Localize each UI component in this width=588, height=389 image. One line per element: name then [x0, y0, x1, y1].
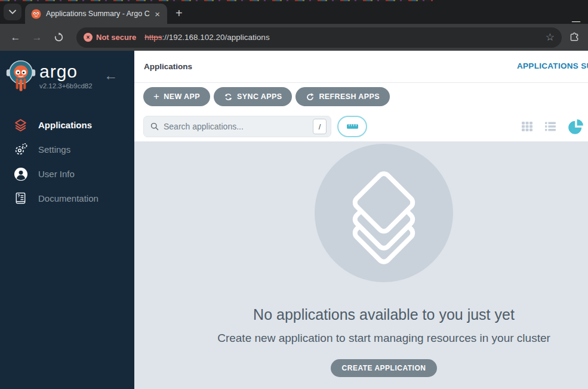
layers-illustration-icon	[331, 160, 436, 265]
summary-pie-view-icon[interactable]	[567, 118, 585, 136]
refresh-icon	[306, 92, 315, 101]
sidebar-item-documentation[interactable]: Documentation	[0, 186, 134, 211]
empty-state-circle	[315, 144, 453, 282]
reload-icon	[54, 32, 64, 42]
url-rest: ://192.168.102.20/applications	[162, 33, 269, 42]
list-view-icon[interactable]	[543, 119, 558, 134]
search-icon	[150, 122, 159, 131]
browser-toolbar: ← → × Not secure https://192.168.102.20/…	[0, 24, 588, 51]
sidebar-item-label: User Info	[38, 169, 75, 179]
back-button[interactable]: ←	[6, 28, 25, 47]
new-tab-button[interactable]: +	[176, 7, 183, 19]
applications-summary-link[interactable]: APPLICATIONS SUMMARY	[517, 61, 588, 70]
sidebar-nav: Applications Settings	[0, 113, 134, 211]
labels-toggle-button[interactable]	[337, 116, 367, 137]
sidebar-item-label: Applications	[38, 120, 92, 130]
not-secure-chip[interactable]: × Not secure	[84, 33, 136, 42]
header-divider	[134, 82, 588, 83]
book-icon	[13, 192, 29, 205]
tab-close-icon[interactable]: ×	[152, 10, 162, 18]
url-scheme-struck: https	[144, 33, 162, 42]
sidebar-item-label: Settings	[38, 144, 70, 155]
plus-icon: +	[153, 91, 159, 101]
main-panel: Applications APPLICATIONS SUMMARY + NEW …	[134, 51, 588, 389]
reload-button[interactable]	[49, 28, 68, 47]
empty-state-wrap: No applications available to you just ye…	[157, 141, 588, 377]
sidebar-collapse-button[interactable]: ←	[104, 69, 118, 82]
not-secure-label: Not secure	[96, 33, 136, 42]
empty-state-subtitle: Create new application to start managing…	[217, 332, 550, 345]
new-app-label: NEW APP	[164, 92, 200, 101]
tab-search-button[interactable]	[4, 4, 21, 20]
empty-state-title: No applications available to you just ye…	[253, 306, 515, 323]
address-bar[interactable]: × Not secure https://192.168.102.20/appl…	[76, 27, 562, 48]
logo-wordmark: argo	[39, 62, 93, 81]
url-text: https://192.168.102.20/applications	[144, 33, 541, 42]
gear-icon	[13, 142, 29, 157]
browser-tab[interactable]: Applications Summary - Argo C ×	[25, 4, 167, 24]
logo-text-block: argo v2.12.3+6b9cd82	[39, 62, 93, 89]
page-header: Applications APPLICATIONS SUMMARY + NEW …	[134, 51, 588, 141]
sidebar: argo v2.12.3+6b9cd82 ← Applications	[0, 51, 134, 389]
sidebar-item-user-info[interactable]: User Info	[0, 162, 134, 186]
toolbar-buttons: + NEW APP SYNC APPS	[143, 87, 390, 106]
breadcrumb: Applications	[144, 62, 192, 71]
argo-octopus-logo-icon	[6, 59, 36, 92]
sidebar-item-settings[interactable]: Settings	[0, 137, 134, 162]
browser-tab-strip: Applications Summary - Argo C × + —	[0, 0, 588, 24]
search-row: /	[143, 116, 588, 137]
tab-title: Applications Summary - Argo C	[46, 10, 152, 18]
applications-layers-icon	[13, 118, 29, 132]
grid-view-icon[interactable]	[520, 119, 534, 134]
sidebar-item-applications[interactable]: Applications	[0, 113, 134, 137]
argo-favicon-icon	[31, 9, 41, 19]
screen-artifact-line	[0, 0, 433, 1]
create-application-button[interactable]: CREATE APPLICATION	[331, 359, 438, 377]
refresh-apps-label: REFRESH APPS	[319, 92, 380, 101]
not-secure-icon: ×	[84, 33, 93, 42]
extensions-button[interactable]	[567, 30, 582, 45]
bookmark-star-icon[interactable]: ☆	[546, 31, 555, 44]
applications-empty-state: No applications available to you just ye…	[134, 141, 588, 389]
chevron-down-icon	[9, 10, 16, 14]
refresh-apps-button[interactable]: REFRESH APPS	[295, 87, 390, 106]
search-box[interactable]: /	[143, 116, 331, 137]
window-minimize-button[interactable]: —	[572, 16, 580, 26]
puzzle-icon	[569, 32, 580, 43]
sync-icon	[224, 92, 233, 101]
search-shortcut-badge: /	[313, 119, 327, 134]
new-app-button[interactable]: + NEW APP	[143, 87, 210, 106]
sync-apps-label: SYNC APPS	[237, 92, 282, 101]
argo-cd-app: argo v2.12.3+6b9cd82 ← Applications	[0, 51, 588, 389]
view-switcher	[520, 116, 585, 137]
ruler-icon	[346, 123, 359, 130]
forward-button: →	[27, 28, 47, 47]
sync-apps-button[interactable]: SYNC APPS	[214, 87, 292, 106]
search-input[interactable]	[164, 122, 313, 131]
sidebar-item-label: Documentation	[38, 193, 98, 203]
version-label: v2.12.3+6b9cd82	[39, 82, 93, 89]
user-icon	[13, 167, 29, 181]
